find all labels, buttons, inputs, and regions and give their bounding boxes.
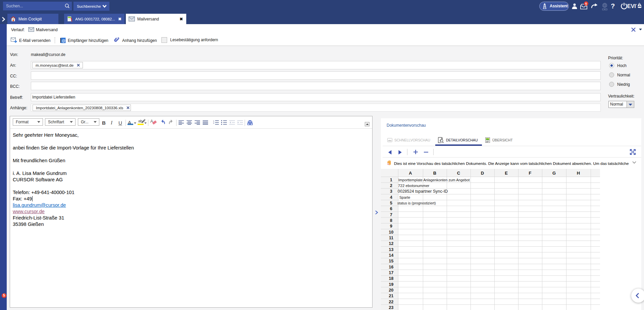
svg-text:722 ebotsnummer: 722 ebotsnummer (398, 183, 430, 188)
svg-text:13: 13 (389, 247, 394, 252)
svg-text:status is (prognostiziert): status is (prognostiziert) (397, 201, 436, 205)
svg-text:2: 2 (390, 183, 392, 188)
svg-text:C: C (457, 171, 460, 176)
svg-text:3: 3 (390, 189, 392, 194)
svg-text:1: 1 (390, 178, 392, 182)
svg-text:H: H (577, 171, 580, 176)
svg-text:2: 2 (213, 122, 214, 124)
svg-text:10: 10 (389, 230, 394, 235)
svg-text:B: B (433, 171, 436, 176)
svg-text:15: 15 (389, 259, 394, 263)
svg-text:4: 4 (390, 195, 392, 200)
svg-text:7: 7 (390, 212, 392, 217)
svg-text:D: D (481, 171, 484, 176)
svg-text:14: 14 (389, 253, 394, 258)
svg-text:19: 19 (389, 282, 394, 287)
svg-text:Importtemplate Anlagenkonten z: Importtemplate Anlagenkonten zum Angebot (398, 178, 469, 182)
svg-text:@: @ (62, 39, 65, 43)
svg-text:0028524 tspartner Sync-ID: 0028524 tspartner Sync-ID (398, 189, 448, 194)
svg-text:E: E (505, 171, 508, 176)
svg-text:5: 5 (390, 201, 392, 205)
svg-text:9: 9 (390, 224, 392, 229)
svg-text:18: 18 (389, 276, 394, 281)
svg-text:8: 8 (390, 218, 392, 223)
svg-text:12: 12 (389, 241, 394, 246)
svg-text:22: 22 (389, 300, 394, 304)
svg-text:A: A (440, 140, 442, 142)
svg-text:21: 21 (389, 294, 394, 298)
svg-text:23: 23 (389, 305, 394, 310)
svg-text:11: 11 (389, 236, 393, 240)
svg-text:G: G (552, 171, 556, 176)
svg-text:20: 20 (389, 288, 394, 293)
svg-text:16: 16 (389, 265, 394, 269)
svg-text:F: F (529, 171, 532, 176)
svg-text:17: 17 (389, 270, 394, 275)
svg-text:Sparte: Sparte (399, 195, 410, 199)
svg-text:6: 6 (390, 206, 392, 211)
svg-text:A: A (409, 171, 412, 176)
